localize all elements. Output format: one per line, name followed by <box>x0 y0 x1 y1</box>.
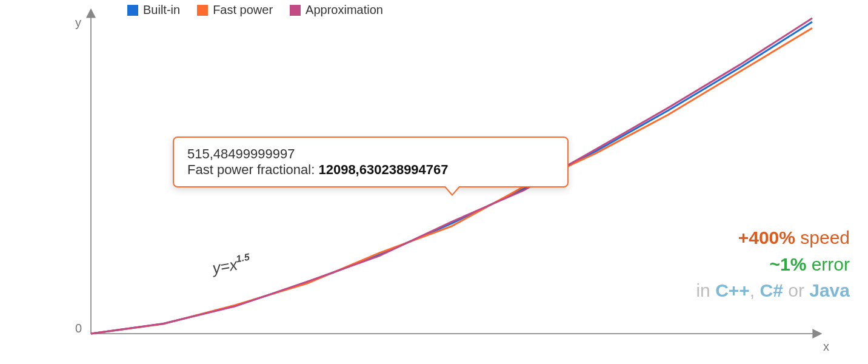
formula-base: y=x <box>211 255 239 278</box>
callout-error-value: ~1% <box>769 254 806 274</box>
tooltip-series-value: 12098,630238994767 <box>318 162 448 177</box>
callout-lang-prefix: in <box>696 280 715 300</box>
callout-lang-cs: C# <box>760 280 783 300</box>
callout-speed-word: speed <box>795 228 850 248</box>
x-axis-label: x <box>823 340 829 354</box>
callout-langs: in C++, C# or Java <box>696 277 850 304</box>
tooltip-series-line: Fast power fractional: 12098,63023899476… <box>187 162 554 178</box>
callout-speed-value: +400% <box>738 228 795 248</box>
tooltip-series-label: Fast power fractional: <box>187 162 318 177</box>
formula-exponent: 1.5 <box>235 252 250 265</box>
tooltip-x-value: 515,48499999997 <box>187 146 554 162</box>
callout-sep1: , <box>750 280 760 300</box>
callout-error-word: error <box>806 254 850 274</box>
callouts: +400% speed ~1% error in C++, C# or Java <box>696 224 850 304</box>
callout-error: ~1% error <box>696 251 850 278</box>
origin-label: 0 <box>75 322 82 335</box>
chart-tooltip: 515,48499999997 Fast power fractional: 1… <box>173 136 569 187</box>
callout-lang-cpp: C++ <box>715 280 750 300</box>
callout-sep2: or <box>783 280 809 300</box>
y-axis-label: y <box>75 16 81 30</box>
callout-speed: +400% speed <box>696 224 850 251</box>
callout-lang-java: Java <box>809 280 850 300</box>
